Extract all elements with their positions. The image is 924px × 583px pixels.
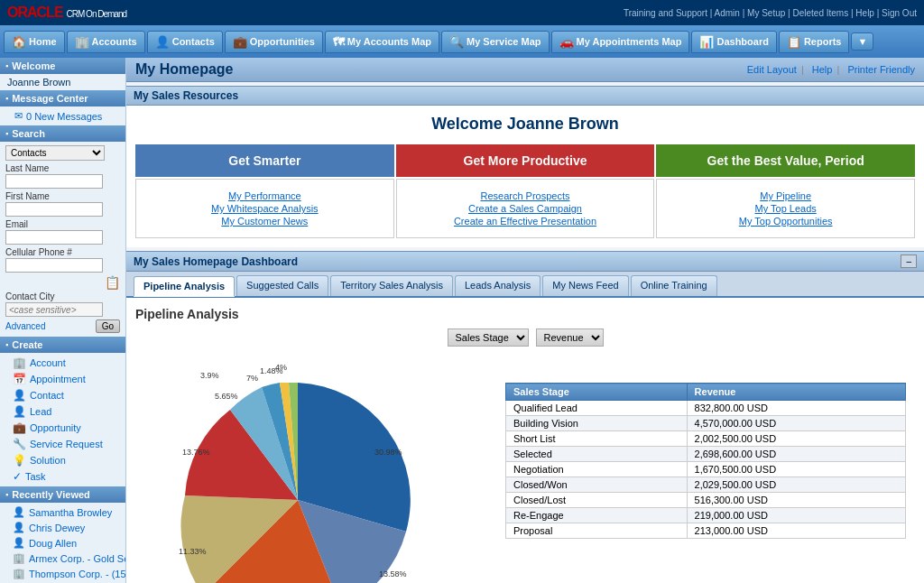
pct-label-proposal: 13.58% [379,569,407,578]
service-request-create-icon: 🔧 [13,438,26,450]
top-bar: ORACLECRM On Demand Training and Support… [0,0,924,25]
contacts-icon: 👤 [155,35,170,49]
search-section: Contacts Accounts Leads Last Name First … [0,142,125,337]
sidebar-recently-viewed-header[interactable]: ▪ Recently Viewed [0,486,125,503]
col-revenue: Revenue [687,384,905,401]
nav-service-map[interactable]: 🔍 My Service Map [441,31,550,53]
sign-out-link[interactable]: Sign Out [882,8,917,18]
create-task[interactable]: ✓Task [0,468,125,485]
stage-re-engage: Re-Engage [506,508,688,523]
create-opportunity-label: Opportunity [30,422,81,433]
nav-reports[interactable]: 📋 Reports [779,31,850,53]
tab-pipeline-analysis[interactable]: Pipeline Analysis [134,276,235,297]
research-prospects-link[interactable]: Research Prospects [406,190,645,201]
printer-friendly-link[interactable]: Printer Friendly [847,64,915,75]
training-support-link[interactable]: Training and Support [624,8,707,18]
my-whitespace-link[interactable]: My Whitespace Analysis [145,203,384,214]
dashboard-minimize-button[interactable]: – [901,254,917,268]
cellular-input[interactable] [5,258,103,273]
nav-opportunities[interactable]: 💼 Opportunities [225,31,323,53]
recent-doug[interactable]: 👤Doug Allen [0,535,125,551]
new-messages-link[interactable]: ✉ 0 New Messages [0,108,125,124]
recent-samantha[interactable]: 👤Samantha Browley [0,504,125,520]
my-setup-link[interactable]: My Setup [747,8,785,18]
first-name-input[interactable] [5,202,103,217]
home-icon: 🏠 [12,35,26,49]
create-appointment[interactable]: 📅Appointment [0,371,125,387]
deleted-items-link[interactable]: Deleted Items [792,8,848,18]
nav-contacts[interactable]: 👤 Contacts [147,31,223,53]
my-top-opportunities-link[interactable]: My Top Opportunities [666,216,905,227]
create-lead-label: Lead [30,406,51,417]
nav-more-button[interactable]: ▼ [851,32,873,51]
help-link-page[interactable]: Help [812,64,833,75]
sidebar-user-name: Joanne Brown [0,74,125,90]
edit-layout-link[interactable]: Edit Layout [747,64,797,75]
nav-home[interactable]: 🏠 Home [4,31,65,53]
last-name-input[interactable] [5,174,103,189]
sidebar-welcome-header[interactable]: ▪ Welcome [0,58,125,74]
create-account-label: Account [30,357,66,368]
main-content: My Homepage Edit Layout | Help | Printer… [126,58,924,583]
tab-leads-analysis[interactable]: Leads Analysis [455,275,541,296]
sales-resources-section-header: My Sales Resources [126,86,924,106]
solution-create-icon: 💡 [13,454,26,467]
nav-accounts[interactable]: 🏢 Accounts [67,31,145,53]
my-performance-link[interactable]: My Performance [145,190,384,201]
stage-selected: Selected [506,447,688,462]
help-link-top[interactable]: Help [855,8,874,18]
search-type-select[interactable]: Contacts Accounts Leads [5,145,105,161]
nav-accounts-map[interactable]: 🗺 My Accounts Map [325,31,439,53]
contact-city-input[interactable] [5,302,103,317]
recent-samantha-label: Samantha Browley [29,507,112,518]
resources-welcome-title: Welcome Joanne Brown [135,115,915,134]
create-service-request[interactable]: 🔧Service Request [0,436,125,452]
rev-negotiation: 1,670,500.00 USD [687,462,905,477]
product-name: CRM On Demand [67,9,126,19]
appointment-create-icon: 📅 [13,373,26,385]
recent-chris[interactable]: 👤Chris Dewey [0,520,125,535]
welcome-label: Welcome [12,60,55,71]
welcome-toggle-icon: ▪ [5,61,8,70]
sidebar-create-header[interactable]: ▪ Create [0,337,125,353]
my-top-leads-link[interactable]: My Top Leads [666,203,905,214]
create-contact-label: Contact [30,390,64,401]
admin-link[interactable]: Admin [715,8,740,18]
tab-territory-sales[interactable]: Territory Sales Analysis [330,275,453,296]
sidebar-search-header[interactable]: ▪ Search [0,125,125,142]
pipeline-filter2-select[interactable]: Revenue [536,329,604,347]
email-input[interactable] [5,230,103,245]
get-smarter-header: Get Smarter [135,144,394,177]
my-customer-news-link[interactable]: My Customer News [145,216,384,227]
create-sales-campaign-link[interactable]: Create a Sales Campaign [406,203,645,214]
get-value-header: Get the Best Value, Period [656,144,915,177]
tab-news-feed[interactable]: My News Feed [542,275,628,296]
effective-presentation-link[interactable]: Create an Effective Presentation [406,216,645,227]
sidebar-message-center-header[interactable]: ▪ Message Center [0,90,125,106]
tab-online-training[interactable]: Online Training [631,275,717,296]
nav-appointments-map[interactable]: 🚗 My Appointments Map [551,31,690,53]
get-productive-body: Research Prospects Create a Sales Campai… [396,179,655,238]
recently-viewed-label: Recently Viewed [12,489,90,500]
dashboard-header: My Sales Homepage Dashboard – [126,251,924,272]
recent-armex[interactable]: 🏢Armex Corp. - Gold Se... [0,551,125,566]
message-center-label: Message Center [12,93,88,104]
get-productive-header: Get More Productive [396,144,655,177]
my-pipeline-link[interactable]: My Pipeline [666,190,905,201]
recent-thompson[interactable]: 🏢Thompson Corp. - (15)... [0,566,125,581]
create-opportunity[interactable]: 💼Opportunity [0,420,125,436]
rev-re-engage: 219,000.00 USD [687,508,905,523]
advanced-link[interactable]: Advanced [5,321,45,331]
search-go-button[interactable]: Go [96,319,120,333]
nav-dashboard[interactable]: 📊 Dashboard [691,31,776,53]
rev-closed-won: 2,029,500.00 USD [687,477,905,493]
pipeline-filter1-select[interactable]: Sales Stage [448,329,529,347]
reports-icon: 📋 [787,35,801,49]
tab-suggested-calls[interactable]: Suggested Calls [236,275,328,296]
create-lead[interactable]: 👤Lead [0,403,125,420]
create-contact[interactable]: 👤Contact [0,387,125,403]
table-row: Qualified Lead832,800.00 USD [506,401,906,416]
create-solution[interactable]: 💡Solution [0,452,125,468]
lead-create-icon: 👤 [13,405,26,418]
create-account[interactable]: 🏢Account [0,355,125,371]
